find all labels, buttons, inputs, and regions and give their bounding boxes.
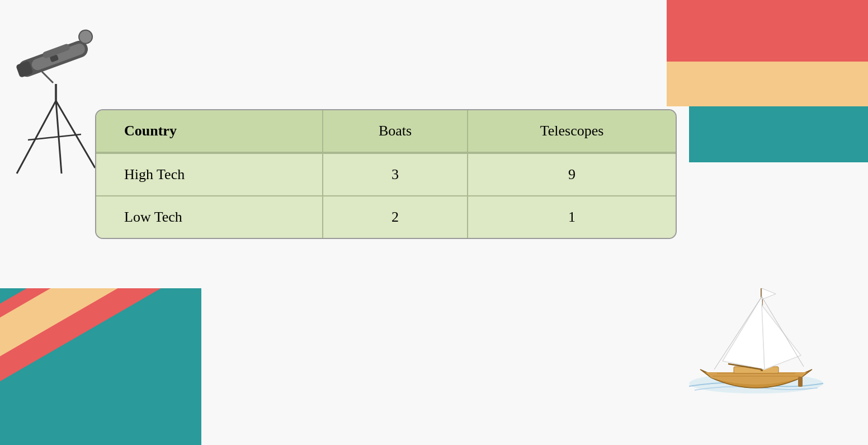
- header-boats: Boats: [323, 110, 468, 153]
- cell-boats: 2: [323, 195, 468, 238]
- data-table: Country Boats Telescopes High Tech39Low …: [95, 109, 677, 239]
- svg-rect-21: [798, 377, 803, 387]
- table-row: Low Tech21: [96, 195, 676, 238]
- svg-line-11: [42, 72, 53, 83]
- table-header-row: Country Boats Telescopes: [96, 110, 676, 153]
- table-row: High Tech39: [96, 153, 676, 195]
- header-telescopes: Telescopes: [468, 110, 676, 153]
- cell-telescopes: 9: [468, 153, 676, 195]
- sailboat-image: [678, 260, 834, 400]
- block-red: [667, 0, 868, 62]
- block-teal-top: [689, 106, 868, 162]
- header-country: Country: [96, 110, 323, 153]
- cell-country: High Tech: [96, 153, 323, 195]
- block-peach: [667, 62, 868, 106]
- cell-country: Low Tech: [96, 195, 323, 238]
- cell-telescopes: 1: [468, 195, 676, 238]
- data-table-wrapper: Country Boats Telescopes High Tech39Low …: [95, 109, 688, 239]
- bottom-left-decoration: [0, 288, 201, 445]
- cell-boats: 3: [323, 153, 468, 195]
- svg-marker-17: [762, 288, 776, 299]
